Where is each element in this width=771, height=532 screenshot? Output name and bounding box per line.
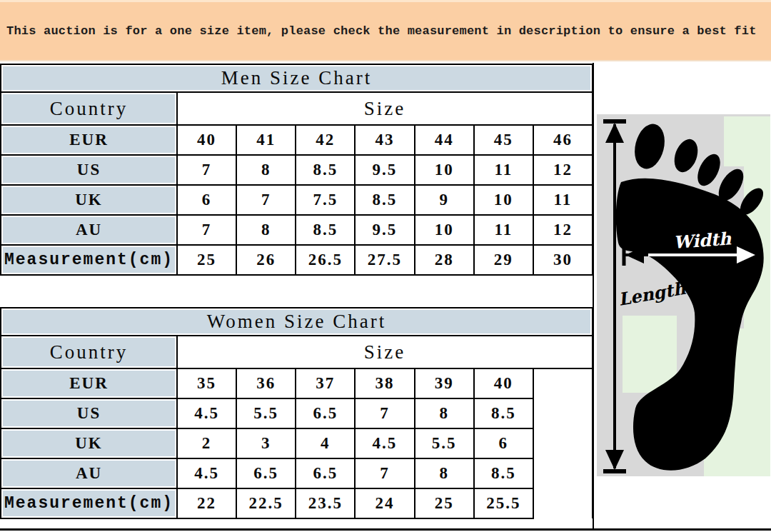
size-cell: 3: [236, 428, 296, 458]
row-label: US: [1, 155, 177, 185]
size-cell: 11: [474, 215, 533, 245]
size-cell: 7: [355, 458, 414, 488]
size-cell: 43: [355, 125, 414, 155]
green-patch: [724, 116, 770, 166]
empty-cell: [533, 458, 593, 488]
size-cell: 8: [236, 215, 296, 245]
empty-cell: [533, 488, 593, 518]
table-row-measurement: Measurement(cm) 22 22.5 23.5 24 25 25.5: [1, 488, 593, 518]
size-cell: 10: [415, 215, 474, 245]
table-row: Country Size: [1, 336, 593, 368]
size-cell: 12: [533, 215, 593, 245]
empty-cell: [533, 428, 593, 458]
size-cell: 4.5: [177, 398, 236, 428]
size-cell: 26: [236, 245, 296, 275]
size-header: Size: [177, 92, 593, 125]
table-row-au: AU 7 8 8.5 9.5 10 11 12: [1, 215, 593, 245]
size-cell: 10: [415, 155, 474, 185]
size-cell: 8.5: [296, 155, 355, 185]
size-cell: 6.5: [236, 458, 296, 488]
table-row-au: AU 4.5 6.5 6.5 7 8 8.5: [1, 458, 593, 488]
table-row-uk: UK 6 7 7.5 8.5 9 10 11: [1, 185, 593, 215]
size-cell: 8.5: [355, 185, 414, 215]
size-cell: 7: [177, 155, 236, 185]
size-cell: 9: [415, 185, 474, 215]
size-cell: 6: [177, 185, 236, 215]
row-label: EUR: [1, 368, 177, 398]
size-cell: 8.5: [296, 215, 355, 245]
size-cell: 23.5: [296, 488, 355, 518]
foot-measurement-diagram: Width Length: [597, 114, 770, 476]
size-cell: 8.5: [474, 458, 533, 488]
row-label: UK: [1, 185, 177, 215]
women-chart-title: Women Size Chart: [1, 308, 593, 336]
country-header: Country: [1, 92, 177, 125]
size-header: Size: [177, 336, 593, 368]
row-label: UK: [1, 428, 177, 458]
table-gap: [0, 276, 594, 307]
row-label: Measurement(cm): [1, 245, 177, 275]
size-cell: 10: [474, 185, 533, 215]
empty-cell: [533, 368, 593, 398]
width-label: Width: [672, 228, 732, 253]
table-row-uk: UK 2 3 4 4.5 5.5 6: [1, 428, 593, 458]
size-cell: 22: [177, 488, 236, 518]
size-cell: 8: [415, 398, 474, 428]
row-label: Measurement(cm): [1, 488, 177, 518]
foot-diagram-graphic: Width Length: [597, 114, 770, 476]
country-header: Country: [1, 336, 177, 368]
size-chart-page: This auction is for a one size item, ple…: [0, 0, 771, 532]
size-cell: 11: [474, 155, 533, 185]
auction-notice-text: This auction is for a one size item, ple…: [6, 24, 757, 38]
size-cell: 40: [177, 125, 236, 155]
size-cell: 9.5: [355, 155, 414, 185]
bottom-rule: [0, 528, 771, 531]
size-cell: 24: [355, 488, 414, 518]
table-row-eur: EUR 40 41 42 43 44 45 46: [1, 125, 593, 155]
size-cell: 11: [533, 185, 593, 215]
size-cell: 4.5: [177, 458, 236, 488]
size-cell: 26.5: [296, 245, 355, 275]
size-cell: 2: [177, 428, 236, 458]
size-cell: 8: [415, 458, 474, 488]
men-chart-title: Men Size Chart: [1, 64, 593, 92]
size-cell: 6: [474, 428, 533, 458]
size-cell: 39: [415, 368, 474, 398]
size-cell: 12: [533, 155, 593, 185]
size-cell: 7: [236, 185, 296, 215]
size-cell: 44: [415, 125, 474, 155]
size-cell: 36: [236, 368, 296, 398]
size-cell: 38: [355, 368, 414, 398]
men-size-chart-table: Men Size Chart Country Size EUR 40 41 42…: [0, 64, 593, 276]
size-cell: 25: [177, 245, 236, 275]
size-cell: 25.5: [474, 488, 533, 518]
size-cell: 22.5: [236, 488, 296, 518]
auction-notice-banner: This auction is for a one size item, ple…: [0, 0, 771, 61]
size-cell: 46: [533, 125, 593, 155]
size-cell: 7: [355, 398, 414, 428]
size-cell: 7.5: [296, 185, 355, 215]
size-cell: 41: [236, 125, 296, 155]
size-cell: 27.5: [355, 245, 414, 275]
table-row-eur: EUR 35 36 37 38 39 40: [1, 368, 593, 398]
size-cell: 5.5: [236, 398, 296, 428]
size-cell: 37: [296, 368, 355, 398]
row-label: EUR: [1, 125, 177, 155]
size-cell: 25: [415, 488, 474, 518]
size-cell: 7: [177, 215, 236, 245]
size-cell: 28: [415, 245, 474, 275]
size-tables-area: Men Size Chart Country Size EUR 40 41 42…: [0, 64, 594, 519]
size-cell: 40: [474, 368, 533, 398]
size-cell: 5.5: [415, 428, 474, 458]
size-cell: 4.5: [355, 428, 414, 458]
table-row-measurement: Measurement(cm) 25 26 26.5 27.5 28 29 30: [1, 245, 593, 275]
size-cell: 30: [533, 245, 593, 275]
row-label: US: [1, 398, 177, 428]
size-cell: 42: [296, 125, 355, 155]
size-cell: 29: [474, 245, 533, 275]
row-label: AU: [1, 215, 177, 245]
row-label: AU: [1, 458, 177, 488]
table-row-us: US 7 8 8.5 9.5 10 11 12: [1, 155, 593, 185]
women-size-chart-table: Women Size Chart Country Size EUR 35 36 …: [0, 307, 593, 519]
size-cell: 35: [177, 368, 236, 398]
